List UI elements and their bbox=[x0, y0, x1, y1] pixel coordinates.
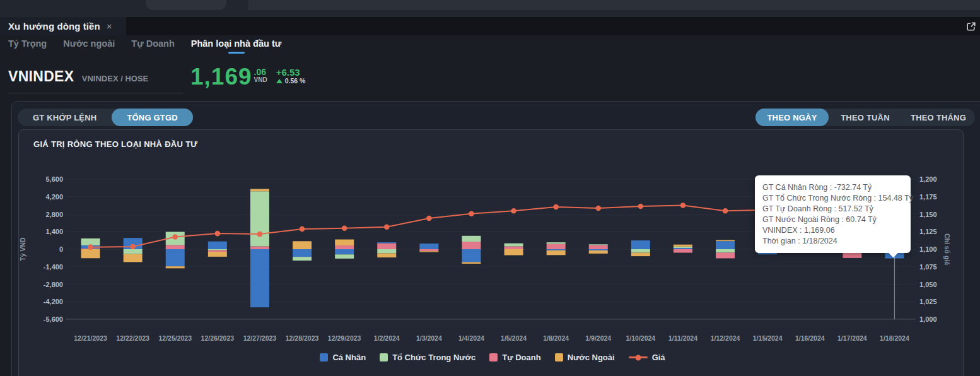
tab-money-flow[interactable]: Xu hướng dòng tiền × bbox=[0, 17, 126, 35]
legend-item[interactable]: Cá Nhân bbox=[320, 353, 366, 362]
legend-label: Giá bbox=[652, 353, 665, 362]
chart-title: GIÁ TRỊ RÒNG THEO LOẠI NHÀ ĐẦU TƯ bbox=[33, 139, 197, 149]
close-icon[interactable]: × bbox=[107, 21, 112, 31]
legend-swatch-icon bbox=[320, 353, 328, 361]
legend-label: Nước Ngoài bbox=[568, 353, 615, 362]
legend-swatch-icon bbox=[555, 353, 563, 361]
subtab-phan-loai-nha-dau-tu[interactable]: Phân loại nhà đầu tư bbox=[191, 38, 281, 51]
legend-item[interactable]: Giá bbox=[629, 353, 665, 362]
toggle-theo-thang[interactable]: THEO THÁNG bbox=[902, 109, 975, 126]
money-flow-window: Xu hướng dòng tiền × Tỷ Trọng Nước ngoài… bbox=[0, 0, 980, 376]
legend-label: Cá Nhân bbox=[332, 353, 366, 362]
price-decimals: .06 bbox=[254, 68, 267, 76]
chart-tooltip: GT Cá Nhân Ròng : -732.74 Tỷ GT Tổ Chức … bbox=[755, 175, 911, 253]
period-toggle: THEO NGÀY THEO TUẦN THEO THÁNG bbox=[755, 109, 975, 126]
tooltip-tu-doanh: GT Tự Doanh Ròng : 517.52 Tỷ bbox=[762, 204, 903, 214]
arrow-up-icon bbox=[276, 79, 283, 83]
toggle-tong-gtgd[interactable]: TỔNG GTGD bbox=[112, 109, 193, 126]
legend-swatch-icon bbox=[380, 353, 388, 361]
tooltip-to-chuc: GT Tổ Chức Trong Nước Ròng : 154.48 Tỷ bbox=[762, 193, 903, 204]
symbol-detail: VNINDEX / HOSE bbox=[82, 74, 148, 83]
price-currency: VND bbox=[254, 76, 267, 84]
subtab-bar: Tỷ Trọng Nước ngoài Tự Doanh Phân loại n… bbox=[0, 35, 980, 54]
toolbar-chip[interactable] bbox=[146, 0, 226, 10]
tooltip-ca-nhan: GT Cá Nhân Ròng : -732.74 Tỷ bbox=[762, 182, 903, 193]
tab-title: Xu hướng dòng tiền bbox=[8, 21, 100, 32]
subtab-nuoc-ngoai[interactable]: Nước ngoài bbox=[63, 38, 115, 51]
subtab-ty-trong[interactable]: Tỷ Trọng bbox=[8, 38, 47, 51]
tooltip-thoi-gian: Thời gian : 1/18/2024 bbox=[762, 236, 903, 247]
chart-legend: Cá NhânTổ Chức Trong NướcTự DoanhNước Ng… bbox=[69, 353, 916, 362]
price-change-percent: 0.56 % bbox=[276, 77, 306, 85]
legend-line-icon bbox=[629, 356, 648, 358]
legend-label: Tổ Chức Trong Nước bbox=[392, 353, 475, 362]
symbol-block[interactable]: VNINDEX VNINDEX / HOSE bbox=[8, 64, 183, 93]
open-in-new-icon[interactable] bbox=[965, 20, 977, 33]
tab-strip: Xu hướng dòng tiền × bbox=[0, 17, 980, 35]
price-value: 1,169 bbox=[190, 64, 252, 90]
legend-item[interactable]: Nước Ngoài bbox=[555, 353, 615, 362]
legend-swatch-icon bbox=[489, 353, 498, 361]
price-block: 1,169 .06 VND +6.53 0.56 % bbox=[190, 64, 305, 90]
price-change: +6.53 bbox=[276, 68, 306, 77]
value-type-toggle: GT KHỚP LỆNH TỔNG GTGD bbox=[18, 109, 193, 126]
toggle-theo-ngay[interactable]: THEO NGÀY bbox=[755, 109, 829, 126]
symbol-name: VNINDEX bbox=[8, 68, 74, 85]
tooltip-vnindex: VNINDEX : 1,169.06 bbox=[762, 225, 903, 236]
legend-item[interactable]: Tổ Chức Trong Nước bbox=[380, 353, 475, 362]
toggle-theo-tuan[interactable]: THEO TUẦN bbox=[829, 109, 902, 126]
symbol-header: VNINDEX VNINDEX / HOSE 1,169 .06 VND +6.… bbox=[8, 64, 305, 93]
toggle-gt-khop-lenh[interactable]: GT KHỚP LỆNH bbox=[18, 109, 112, 126]
tooltip-nuoc-ngoai: GT Nước Ngoài Ròng : 60.74 Tỷ bbox=[762, 214, 903, 225]
subtab-tu-doanh[interactable]: Tự Doanh bbox=[131, 38, 175, 51]
toolbar-index-strip[interactable] bbox=[248, 0, 980, 10]
top-toolbar bbox=[0, 0, 980, 17]
legend-item[interactable]: Tự Doanh bbox=[489, 353, 540, 362]
legend-label: Tự Doanh bbox=[502, 353, 540, 362]
